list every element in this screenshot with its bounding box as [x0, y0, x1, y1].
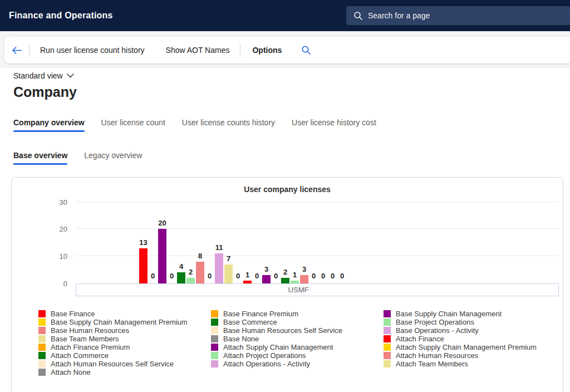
- tab-company-overview[interactable]: Company overview: [13, 115, 85, 132]
- legend-item: Base Finance: [38, 310, 211, 318]
- bar-slot: 13: [139, 198, 148, 283]
- legend-swatch: [211, 327, 218, 334]
- legend-swatch: [38, 310, 46, 317]
- legend-item: Attach Supply Chain Management: [211, 343, 384, 351]
- legend-swatch: [211, 318, 218, 326]
- legend-item: Attach Project Operations: [211, 351, 384, 360]
- bar-slot: 0: [148, 198, 158, 283]
- legend-label: Attach Human Resources Self Service: [51, 360, 174, 368]
- legend-swatch: [38, 335, 46, 342]
- legend-item: Base None: [211, 335, 384, 343]
- main-tab-row: Company overview User license count User…: [13, 115, 393, 132]
- tab-user-license-count[interactable]: User license count: [101, 115, 165, 132]
- app-title: Finance and Operations: [0, 11, 113, 21]
- legend-item: Base Supply Chain Management Premium: [38, 318, 211, 326]
- show-aot-names-button[interactable]: Show AOT Names: [155, 46, 240, 55]
- options-button[interactable]: Options: [240, 46, 293, 55]
- bar-slot: 0: [328, 198, 337, 283]
- bar-slot: 0: [318, 198, 328, 283]
- legend-item: Attach Supply Chain Management Premium: [384, 343, 556, 351]
- legend-label: Attach Finance Premium: [51, 343, 130, 351]
- legend-label: Base Human Resources Self Service: [223, 326, 342, 335]
- bar-slot: 1: [243, 198, 252, 283]
- legend-label: Base Supply Chain Management Premium: [51, 318, 188, 326]
- subtab-base-overview[interactable]: Base overview: [13, 148, 67, 165]
- bar-slot: 20: [158, 198, 167, 283]
- bar-slot: 0: [205, 198, 214, 283]
- legend-item: Base Commerce: [211, 318, 384, 326]
- app-header: Finance and Operations Search for a page: [0, 0, 570, 31]
- legend-swatch: [38, 327, 46, 334]
- page-search-box[interactable]: Search for a page: [346, 6, 570, 25]
- bar-slot: 7: [224, 198, 233, 283]
- legend-swatch: [384, 335, 391, 342]
- view-selector[interactable]: Standard view: [13, 71, 74, 80]
- legend-swatch: [384, 344, 391, 351]
- legend-item: Attach Team Members: [384, 360, 556, 368]
- legend-item: Attach Commerce: [38, 351, 211, 360]
- legend-item: Base Operations - Activity: [384, 326, 556, 335]
- bar-slot: 3: [299, 198, 309, 283]
- legend-item: Attach Operations - Activity: [211, 360, 384, 368]
- page-content: Standard view Company Company overview U…: [0, 68, 570, 392]
- legend-item: Base Project Operations: [384, 318, 556, 326]
- y-axis-tick-label: 30: [37, 198, 67, 207]
- legend-label: Base Finance: [51, 310, 95, 318]
- legend-swatch: [211, 344, 218, 351]
- legend-swatch: [384, 327, 391, 334]
- bar-slot: 8: [195, 198, 205, 283]
- sub-tab-row: Base overview Legacy overview: [13, 148, 159, 165]
- legend-swatch: [38, 360, 46, 367]
- legend-item: Attach Finance: [384, 335, 556, 343]
- legend-label: Base Finance Premium: [223, 310, 298, 318]
- legend-swatch: [38, 344, 46, 351]
- action-search-button[interactable]: [293, 45, 319, 55]
- bar-slot: 11: [214, 198, 224, 283]
- legend-item: Attach None: [38, 368, 211, 376]
- legend-item: Base Human Resources Self Service: [211, 326, 384, 335]
- bar-slot: 3: [262, 198, 271, 283]
- y-axis-tick-label: 0: [37, 280, 67, 288]
- legend-label: Attach Supply Chain Management Premium: [396, 343, 537, 351]
- legend-label: Attach Supply Chain Management: [223, 343, 333, 351]
- legend-column: Base Finance PremiumBase CommerceBase Hu…: [211, 310, 384, 376]
- view-selector-label: Standard view: [13, 71, 63, 80]
- legend-label: Attach Human Resources: [396, 351, 478, 360]
- tab-user-license-history-cost[interactable]: User license history cost: [292, 115, 376, 132]
- bar[interactable]: [186, 278, 195, 283]
- legend-swatch: [211, 335, 218, 342]
- page-search-placeholder: Search for a page: [368, 11, 430, 20]
- legend-swatch: [384, 310, 391, 317]
- legend-label: Base Team Members: [51, 335, 119, 343]
- chart-x-axis-band: USMF: [76, 283, 559, 296]
- legend-label: Attach Operations - Activity: [223, 360, 310, 368]
- page-title: Company: [13, 84, 77, 100]
- legend-item: Base Supply Chain Management: [384, 310, 556, 318]
- chart-title: User company licenses: [12, 185, 563, 194]
- legend-column: Base FinanceBase Supply Chain Management…: [38, 310, 211, 376]
- bar-slot: 0: [337, 198, 347, 283]
- chevron-down-icon: [67, 74, 74, 78]
- legend-item: Attach Finance Premium: [38, 343, 211, 351]
- bar-value-label: 0: [333, 272, 351, 280]
- legend-swatch: [384, 318, 391, 326]
- legend-label: Base Commerce: [223, 318, 277, 326]
- legend-swatch: [384, 352, 391, 359]
- legend-label: Base Operations - Activity: [396, 326, 479, 335]
- legend-swatch: [211, 310, 218, 317]
- legend-label: Attach Commerce: [51, 351, 109, 360]
- legend-swatch: [211, 352, 218, 359]
- bar-group: 1302004280117010302130000: [139, 198, 347, 283]
- bar-slot: 0: [309, 198, 318, 283]
- legend-item: Attach Human Resources Self Service: [38, 360, 211, 368]
- legend-label: Base Supply Chain Management: [396, 310, 502, 318]
- chart-legend: Base FinanceBase Supply Chain Management…: [38, 310, 556, 376]
- action-bar: Run user license count history Show AOT …: [4, 37, 570, 63]
- run-user-license-count-history-button[interactable]: Run user license count history: [30, 46, 155, 55]
- chart-plot: 01020301302004280117010302130000: [76, 198, 559, 283]
- back-button[interactable]: [4, 46, 29, 55]
- tab-user-license-counts-history[interactable]: User license counts history: [182, 115, 275, 132]
- search-icon: [301, 45, 311, 55]
- legend-swatch: [38, 352, 46, 359]
- subtab-legacy-overview[interactable]: Legacy overview: [84, 148, 142, 165]
